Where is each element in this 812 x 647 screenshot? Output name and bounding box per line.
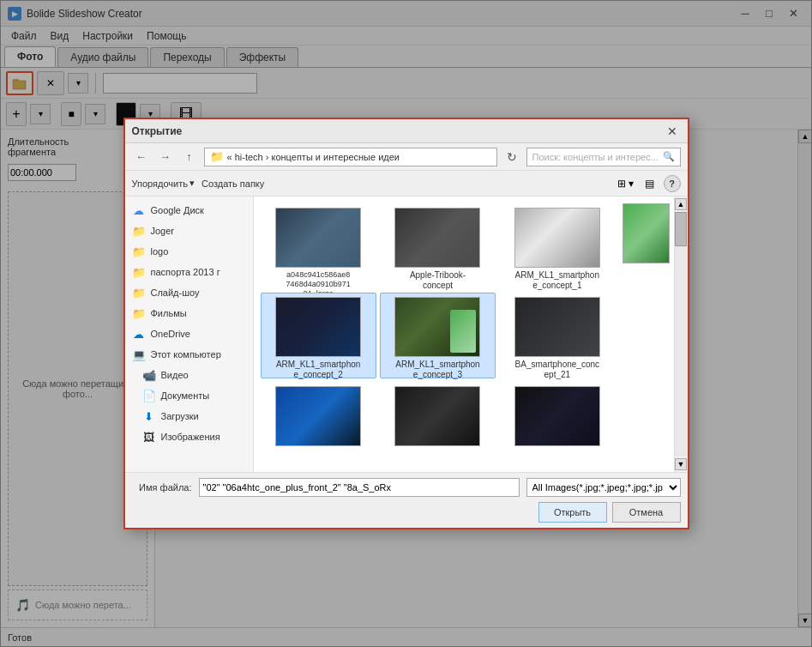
file-item-7[interactable] xyxy=(261,382,376,468)
nav-item-films[interactable]: 📁 Фильмы xyxy=(125,303,253,324)
file-thumb-2 xyxy=(394,208,480,268)
nav-back-button[interactable]: ← xyxy=(132,148,151,166)
organize-button[interactable]: Упорядочить ▾ xyxy=(132,178,195,189)
dialog-scroll-down[interactable]: ▼ xyxy=(675,458,687,470)
dialog-action-row: Открыть Отмена xyxy=(132,502,681,523)
filename-input[interactable] xyxy=(199,478,520,497)
downloads-icon: ⬇ xyxy=(142,409,156,423)
films-folder-icon: 📁 xyxy=(132,306,146,320)
nav-item-label: Фильмы xyxy=(151,308,187,318)
file-item-3[interactable]: ARM_KL1_smartphone_concept_1 xyxy=(499,203,615,289)
dialog-scroll-thumb[interactable] xyxy=(675,212,687,246)
file-name-2: Apple-Tribook-concept xyxy=(394,270,480,291)
address-folder-icon: 📁 xyxy=(210,150,224,163)
file-thumb-5 xyxy=(394,297,480,357)
nav-item-documents[interactable]: 📄 Документы xyxy=(125,385,253,406)
dialog-scroll-track[interactable] xyxy=(675,212,687,457)
address-path-text: « hi-tech › концепты и интересные идеи xyxy=(227,152,400,162)
nav-item-label: паспорта 2013 г xyxy=(151,267,220,277)
dialog-bottom: Имя файла: All Images(*.jpg;*.jpeg;*.jpg… xyxy=(125,472,688,528)
nav-item-joger[interactable]: 📁 Joger xyxy=(125,221,253,241)
file-thumb-6 xyxy=(514,297,600,357)
onedrive-icon: ☁ xyxy=(132,327,146,341)
dialog-scrollbar: ▲ ▼ xyxy=(674,197,688,472)
passport-folder-icon: 📁 xyxy=(132,265,146,279)
cancel-button[interactable]: Отмена xyxy=(612,502,681,523)
file-name-3: ARM_KL1_smartphone_concept_1 xyxy=(514,270,600,291)
file-thumb-8 xyxy=(394,386,480,446)
file-thumb-3 xyxy=(514,208,600,268)
file-thumb-9 xyxy=(514,386,600,446)
nav-forward-button[interactable]: → xyxy=(156,148,175,166)
dialog-overlay: Открытие ✕ ← → ↑ 📁 « hi-tech › концепты … xyxy=(0,0,812,647)
file-name-4: ARM_KL1_smartphone_concept_2 xyxy=(275,360,361,380)
file-item-6[interactable]: BA_smartphone_concept_21 xyxy=(499,293,615,378)
filetype-select[interactable]: All Images(*.jpg;*.jpeg;*.jpg;*.jp xyxy=(526,478,681,497)
file-grid: a048c941c586ae87468d4a0910b97191_large A… xyxy=(254,197,623,472)
nav-item-googledrive[interactable]: ☁ Google Диск xyxy=(125,200,253,221)
nav-item-label: Видео xyxy=(161,370,189,380)
nav-up-button[interactable]: ↑ xyxy=(180,148,199,166)
dialog-title: Открытие xyxy=(132,125,183,137)
nav-item-onedrive[interactable]: ☁ OneDrive xyxy=(125,324,253,344)
slideshow-folder-icon: 📁 xyxy=(132,286,146,299)
help-button[interactable]: ? xyxy=(664,175,681,192)
nav-item-label: Изображения xyxy=(161,432,220,442)
organize-arrow: ▾ xyxy=(189,178,195,189)
file-thumb-1 xyxy=(275,208,361,268)
nav-item-passport[interactable]: 📁 паспорта 2013 г xyxy=(125,262,253,282)
dialog-address-bar: ← → ↑ 📁 « hi-tech › концепты и интересны… xyxy=(125,143,688,171)
address-path[interactable]: 📁 « hi-tech › концепты и интересные идеи xyxy=(204,148,497,166)
computer-icon: 💻 xyxy=(132,348,146,361)
refresh-button[interactable]: ↻ xyxy=(502,148,521,166)
file-item-2[interactable]: Apple-Tribook-concept xyxy=(380,203,496,289)
partial-file-area xyxy=(623,197,674,472)
file-item-5[interactable]: ARM_KL1_smartphone_concept_3 xyxy=(380,293,496,378)
dialog-close-button[interactable]: ✕ xyxy=(664,123,681,140)
view-list-button[interactable]: ▤ xyxy=(640,174,660,193)
search-placeholder-text: Поиск: концепты и интерес... xyxy=(532,152,659,162)
dialog-toolbar-left: Упорядочить ▾ Создать папку xyxy=(132,178,265,189)
search-icon: 🔍 xyxy=(663,151,675,162)
nav-item-label: Этот компьютер xyxy=(151,349,221,360)
nav-item-label: OneDrive xyxy=(151,329,190,339)
dialog-body: ☁ Google Диск 📁 Joger 📁 logo 📁 паспорта … xyxy=(125,197,688,472)
dialog-toolbar: Упорядочить ▾ Создать папку ⊞ ▾ ▤ ? xyxy=(125,171,688,197)
filename-label: Имя файла: xyxy=(132,482,192,493)
dialog-nav-panel: ☁ Google Диск 📁 Joger 📁 logo 📁 паспорта … xyxy=(125,197,254,472)
open-file-button[interactable]: Открыть xyxy=(538,502,607,523)
file-item-9[interactable] xyxy=(499,382,615,468)
nav-item-video[interactable]: 📹 Видео xyxy=(125,365,253,385)
main-window: ▶ Bolide Slideshow Creator ─ □ ✕ Файл Ви… xyxy=(0,0,812,647)
address-search[interactable]: Поиск: концепты и интерес... 🔍 xyxy=(526,148,681,166)
dialog-scroll-up[interactable]: ▲ xyxy=(675,198,687,210)
documents-icon: 📄 xyxy=(142,389,156,402)
file-name-6: BA_smartphone_concept_21 xyxy=(514,360,600,380)
nav-item-label: Google Диск xyxy=(151,205,204,215)
file-item-8[interactable] xyxy=(380,382,496,468)
joger-folder-icon: 📁 xyxy=(132,224,146,238)
file-item-1[interactable]: a048c941c586ae87468d4a0910b97191_large xyxy=(261,203,376,289)
file-thumb-7 xyxy=(275,386,361,446)
nav-item-logo[interactable]: 📁 logo xyxy=(125,241,253,262)
googledrive-icon: ☁ xyxy=(132,203,146,217)
view-grid-button[interactable]: ⊞ ▾ xyxy=(616,174,636,193)
nav-item-images[interactable]: 🖼 Изображения xyxy=(125,426,253,447)
new-folder-button[interactable]: Создать папку xyxy=(201,178,264,189)
video-icon: 📹 xyxy=(142,368,156,382)
dialog-toolbar-right: ⊞ ▾ ▤ ? xyxy=(616,174,681,193)
nav-item-label: Joger xyxy=(151,226,175,236)
logo-folder-icon: 📁 xyxy=(132,245,146,258)
nav-item-computer[interactable]: 💻 Этот компьютер xyxy=(125,344,253,365)
organize-label: Упорядочить xyxy=(132,178,188,189)
nav-item-downloads[interactable]: ⬇ Загрузки xyxy=(125,406,253,426)
file-name-5: ARM_KL1_smartphone_concept_3 xyxy=(394,360,480,380)
file-item-4[interactable]: ARM_KL1_smartphone_concept_2 xyxy=(261,293,376,378)
nav-item-label: Загрузки xyxy=(161,411,199,421)
dialog-title-bar: Открытие ✕ xyxy=(125,119,688,143)
nav-item-slideshow[interactable]: 📁 Слайд-шоу xyxy=(125,282,253,303)
nav-item-label: Документы xyxy=(161,390,210,401)
files-area: a048c941c586ae87468d4a0910b97191_large A… xyxy=(254,197,688,472)
partial-thumb xyxy=(623,203,670,263)
images-folder-icon: 🖼 xyxy=(142,430,156,444)
